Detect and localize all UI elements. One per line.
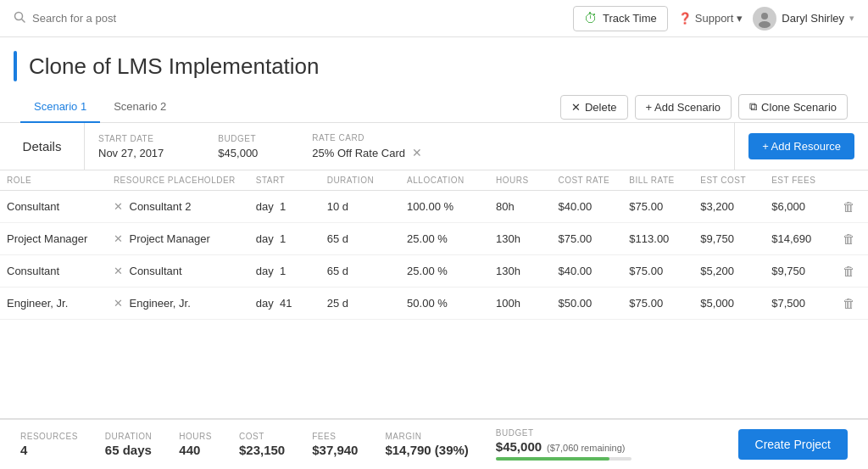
create-project-label: Create Project [755,438,831,451]
col-header-start: START [249,170,320,191]
cell-bill-rate-2: $75.00 [622,255,693,288]
cell-hours-0: 80h [489,191,551,223]
remove-placeholder-icon-2[interactable]: ✕ [114,265,123,277]
cell-duration-2: 65 d [320,255,400,288]
footer-summary: RESOURCES 4 DURATION 65 days HOURS 440 C… [0,418,868,469]
budget-field: BUDGET $45,000 [218,134,258,159]
start-date-label: START DATE [98,134,164,143]
details-label: Details [23,139,62,154]
tab-scenario-1[interactable]: Scenario 1 [20,92,100,123]
cell-est-fees-2: $9,750 [765,255,836,288]
col-header-bill-rate: BILL RATE [622,170,693,191]
duration-value: 65 days [105,443,152,457]
cell-hours-3: 100h [489,288,551,320]
svg-point-3 [759,21,771,28]
tab-scenario-2[interactable]: Scenario 2 [100,92,180,123]
table-row: Consultant ✕ Consultant day 1 65 d 25.00… [0,255,868,288]
cell-action-3: 🗑 [836,288,868,320]
table-row: Consultant ✕ Consultant 2 day 1 10 d 100… [0,191,868,223]
remove-placeholder-icon-3[interactable]: ✕ [114,297,123,310]
cell-start-0: day 1 [249,191,320,223]
page: Clone of LMS Implementation Scenario 1 S… [0,37,868,469]
rate-card-value: 25% Off Rate Card [312,147,405,159]
resources-label: RESOURCES [20,432,78,441]
table-wrap: ROLE RESOURCE PLACEHOLDER START DURATION… [0,170,868,379]
cell-action-0: 🗑 [836,191,868,223]
delete-row-icon-0[interactable]: 🗑 [843,199,855,214]
start-date-value: Nov 27, 2017 [98,147,164,159]
cell-bill-rate-1: $113.00 [622,223,693,255]
col-header-hours: HOURS [489,170,551,191]
delete-row-icon-1[interactable]: 🗑 [843,232,855,246]
delete-button[interactable]: ✕ Delete [560,95,628,120]
support-label: Support [695,12,734,25]
details-sidebar: Details [0,123,85,170]
cell-cost-rate-0: $40.00 [551,191,622,223]
details-fields: START DATE Nov 27, 2017 BUDGET $45,000 R… [85,123,734,170]
cell-duration-3: 25 d [320,288,400,320]
delete-row-icon-3[interactable]: 🗑 [843,296,855,310]
remove-placeholder-icon-0[interactable]: ✕ [114,200,123,213]
cell-est-cost-2: $5,200 [693,255,765,288]
cell-start-3: day 41 [249,288,320,320]
cell-est-cost-0: $3,200 [693,191,765,223]
add-resource-area: + Add Resource [734,123,868,170]
col-header-cost-rate: COST RATE [551,170,622,191]
margin-value: $14,790 (39%) [385,443,468,457]
cell-action-1: 🗑 [836,223,868,255]
search-input[interactable] [32,12,202,25]
cost-value: $23,150 [239,443,285,457]
add-scenario-button[interactable]: + Add Scenario [635,95,732,120]
project-title: Clone of LMS Implementation [29,53,320,80]
clone-scenario-label: Clone Scenario [761,101,837,114]
cell-est-fees-3: $7,500 [765,288,836,320]
create-project-button[interactable]: Create Project [738,429,848,460]
cell-cost-rate-2: $40.00 [551,255,622,288]
cell-cost-rate-1: $75.00 [551,223,622,255]
summary-cost: COST $23,150 [239,432,285,457]
delete-label: Delete [585,101,617,114]
cell-duration-1: 65 d [320,223,400,255]
svg-point-2 [761,13,768,20]
add-resource-label: + Add Resource [762,140,841,153]
chevron-down-icon: ▾ [737,12,743,25]
rate-card-group: 25% Off Rate Card ✕ [312,146,422,159]
clone-icon: ⧉ [749,100,757,114]
tabs-row: Scenario 1 Scenario 2 ✕ Delete + Add Sce… [0,92,868,123]
cell-allocation-2: 25.00 % [400,255,489,288]
support-button[interactable]: ❓ Support ▾ [678,12,743,25]
cell-start-2: day 1 [249,255,320,288]
add-scenario-label: + Add Scenario [646,101,721,114]
delete-row-icon-2[interactable]: 🗑 [843,264,855,278]
cell-hours-2: 130h [489,255,551,288]
cell-est-cost-3: $5,000 [693,288,765,320]
summary-margin: MARGIN $14,790 (39%) [385,432,468,457]
table-row: Engineer, Jr. ✕ Engineer, Jr. day 41 25 … [0,288,868,320]
user-area[interactable]: Daryl Shirley ▾ [753,7,854,31]
track-time-button[interactable]: ⏱ Track Time [573,6,668,31]
cell-cost-rate-3: $50.00 [551,288,622,320]
clone-scenario-button[interactable]: ⧉ Clone Scenario [738,94,848,120]
margin-label: MARGIN [385,432,468,441]
budget-value: $45,000 [218,147,258,159]
timer-icon: ⏱ [584,11,598,26]
col-header-duration: DURATION [320,170,400,191]
hours-label: HOURS [179,432,212,441]
rate-card-field: RATE CARD 25% Off Rate Card ✕ [312,133,422,159]
clear-rate-card-icon[interactable]: ✕ [412,146,422,159]
duration-label: DURATION [105,432,152,441]
cell-allocation-3: 50.00 % [400,288,489,320]
col-header-role: ROLE [0,170,107,191]
cell-placeholder-0: ✕ Consultant 2 [107,191,249,223]
budget-remaining: ($7,060 remaining) [547,443,625,453]
cell-role-3: Engineer, Jr. [0,288,107,320]
resources-value: 4 [20,443,78,457]
header-left [14,11,202,25]
cell-role-1: Project Manager [0,223,107,255]
budget-label: BUDGET [218,134,258,143]
remove-placeholder-icon-1[interactable]: ✕ [114,232,123,245]
budget-bar-wrap [496,457,632,461]
add-resource-button[interactable]: + Add Resource [748,133,854,159]
col-header-est-cost: EST COST [693,170,765,191]
title-accent-bar [14,51,17,81]
